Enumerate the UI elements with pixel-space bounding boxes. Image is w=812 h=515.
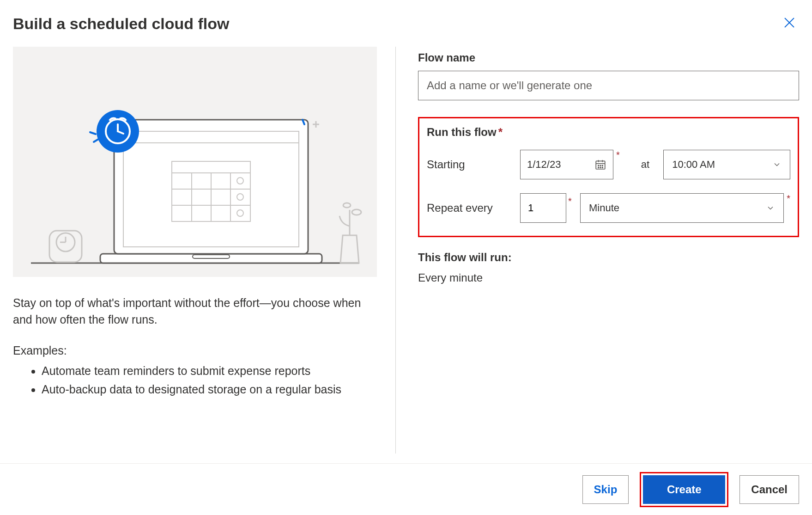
- starting-date-picker[interactable]: 1/12/23: [520, 150, 613, 179]
- svg-point-42: [602, 167, 603, 168]
- summary-text: Every minute: [418, 271, 799, 284]
- chevron-down-icon: [772, 160, 782, 169]
- svg-line-22: [90, 132, 96, 134]
- description-text: Stay on top of what's important without …: [13, 294, 377, 328]
- required-indicator: *: [498, 126, 503, 138]
- close-icon: [782, 16, 796, 30]
- calendar-icon: [594, 159, 606, 171]
- repeat-every-label: Repeat every: [427, 202, 520, 215]
- starting-time-value: 10:00 AM: [672, 159, 715, 171]
- svg-line-23: [94, 139, 98, 142]
- starting-label: Starting: [427, 158, 520, 171]
- flow-name-input[interactable]: [418, 71, 799, 100]
- flow-name-label: Flow name: [418, 51, 799, 64]
- close-button[interactable]: [780, 13, 799, 34]
- at-label: at: [641, 159, 649, 171]
- starting-date-value: 1/12/23: [527, 159, 561, 171]
- create-button[interactable]: Create: [643, 475, 725, 504]
- repeat-interval-input[interactable]: [520, 193, 566, 223]
- svg-point-41: [600, 167, 601, 168]
- example-item: Automate team reminders to submit expens…: [42, 362, 377, 380]
- examples-label: Examples:: [13, 344, 377, 357]
- dialog-title: Build a scheduled cloud flow: [13, 15, 229, 33]
- required-indicator: *: [568, 196, 572, 207]
- required-indicator: *: [616, 150, 620, 160]
- chevron-down-icon: [766, 203, 775, 213]
- svg-point-37: [598, 165, 599, 166]
- run-this-flow-section: Run this flow* Starting 1/12/23: [418, 117, 799, 237]
- required-indicator: *: [787, 193, 790, 204]
- svg-rect-27: [49, 231, 82, 262]
- skip-button[interactable]: Skip: [582, 475, 629, 504]
- run-section-label: Run this flow: [427, 126, 497, 138]
- create-button-highlight: Create: [640, 472, 728, 507]
- repeat-unit-value: Minute: [589, 202, 619, 214]
- starting-time-dropdown[interactable]: 10:00 AM: [663, 150, 790, 179]
- svg-point-32: [343, 203, 351, 208]
- svg-point-31: [352, 209, 361, 215]
- svg-point-38: [600, 165, 601, 166]
- cancel-button[interactable]: Cancel: [739, 475, 799, 504]
- example-item: Auto-backup data to designated storage o…: [42, 380, 377, 399]
- svg-point-40: [598, 167, 599, 168]
- repeat-unit-dropdown[interactable]: Minute: [580, 193, 784, 223]
- svg-point-39: [602, 165, 603, 166]
- illustration: [13, 47, 377, 277]
- summary-label: This flow will run:: [418, 251, 799, 264]
